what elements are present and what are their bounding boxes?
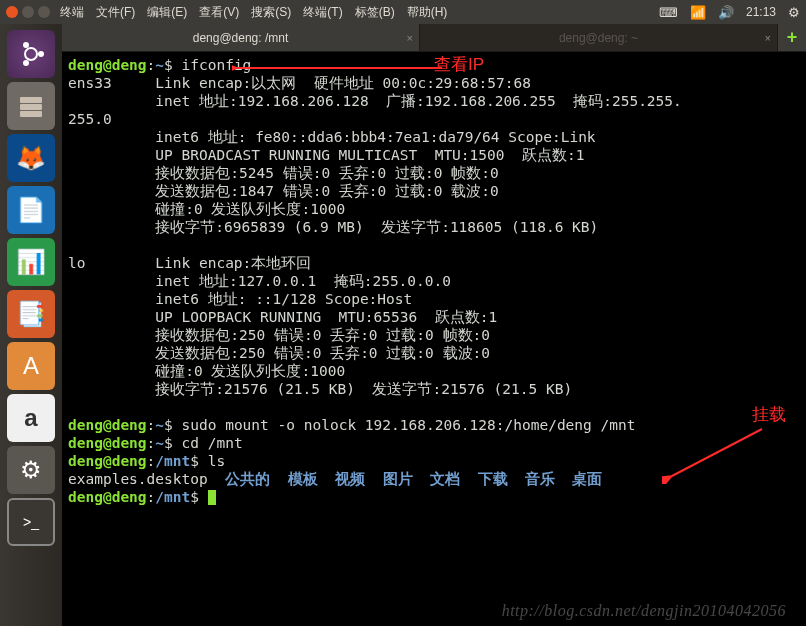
command-cd: cd /mnt [182,435,243,451]
close-icon[interactable]: × [407,32,413,44]
svg-point-1 [38,51,44,57]
launcher-writer[interactable]: 📄 [7,186,55,234]
launcher-impress[interactable]: 📑 [7,290,55,338]
arrow-annotation-mount [662,424,772,484]
menu-help[interactable]: 帮助(H) [407,4,448,21]
terminal-window: deng@deng: /mnt × deng@deng: ~ × + deng@… [62,24,806,626]
system-tray: ⌨ 📶 🔊 21:13 ⚙ [659,5,800,20]
unity-launcher: 🦊 📄 📊 📑 A a ⚙ >_ [0,24,62,626]
close-icon[interactable]: × [765,32,771,44]
app-menu: 终端 文件(F) 编辑(E) 查看(V) 搜索(S) 终端(T) 标签(B) 帮… [60,4,447,21]
annotation-ip: 查看IP [434,56,484,74]
command-mount: sudo mount -o nolock 192.168.206.128:/ho… [182,417,636,433]
launcher-software[interactable]: A [7,342,55,390]
menu-terminal2[interactable]: 终端(T) [303,4,342,21]
menu-search[interactable]: 搜索(S) [251,4,291,21]
launcher-amazon[interactable]: a [7,394,55,442]
close-window-button[interactable] [6,6,18,18]
svg-rect-6 [20,111,42,117]
keyboard-icon[interactable]: ⌨ [659,5,678,20]
terminal-tab-bar: deng@deng: /mnt × deng@deng: ~ × + [62,24,806,52]
volume-icon[interactable]: 🔊 [718,5,734,20]
menu-terminal[interactable]: 终端 [60,4,84,21]
annotation-mount: 挂载 [752,406,786,424]
menu-bar: 终端 文件(F) 编辑(E) 查看(V) 搜索(S) 终端(T) 标签(B) 帮… [0,0,806,24]
svg-rect-4 [20,97,42,103]
tab-home[interactable]: deng@deng: ~ × [420,24,778,51]
launcher-firefox[interactable]: 🦊 [7,134,55,182]
command-ifconfig: ifconfig [182,57,252,73]
launcher-calc[interactable]: 📊 [7,238,55,286]
terminal-viewport[interactable]: deng@deng:~$ ifconfig ens33 Link encap:以… [62,52,806,626]
tab-title: deng@deng: /mnt [193,31,289,45]
menu-edit[interactable]: 编辑(E) [147,4,187,21]
menu-tabs[interactable]: 标签(B) [355,4,395,21]
ifconfig-output: ens33 Link encap:以太网 硬件地址 00:0c:29:68:57… [68,75,682,397]
tab-add-button[interactable]: + [778,24,806,51]
ls-file: examples.desktop [68,471,208,487]
maximize-window-button[interactable] [38,6,50,18]
menu-file[interactable]: 文件(F) [96,4,135,21]
clock[interactable]: 21:13 [746,5,776,19]
menu-view[interactable]: 查看(V) [199,4,239,21]
svg-point-0 [25,48,37,60]
tab-mnt[interactable]: deng@deng: /mnt × [62,24,420,51]
launcher-dash[interactable] [7,30,55,78]
svg-point-2 [23,42,29,48]
wifi-icon[interactable]: 📶 [690,5,706,20]
svg-rect-5 [20,104,42,110]
command-ls: ls [208,453,225,469]
tab-title: deng@deng: ~ [559,31,638,45]
svg-line-10 [672,429,762,476]
window-controls [6,6,50,18]
cursor [208,490,216,505]
launcher-settings[interactable]: ⚙ [7,446,55,494]
watermark: http://blog.csdn.net/dengjin20104042056 [502,602,786,620]
svg-point-3 [23,60,29,66]
prompt-user: deng@deng [68,57,147,73]
launcher-files[interactable] [7,82,55,130]
gear-icon[interactable]: ⚙ [788,5,800,20]
launcher-terminal[interactable]: >_ [7,498,55,546]
minimize-window-button[interactable] [22,6,34,18]
